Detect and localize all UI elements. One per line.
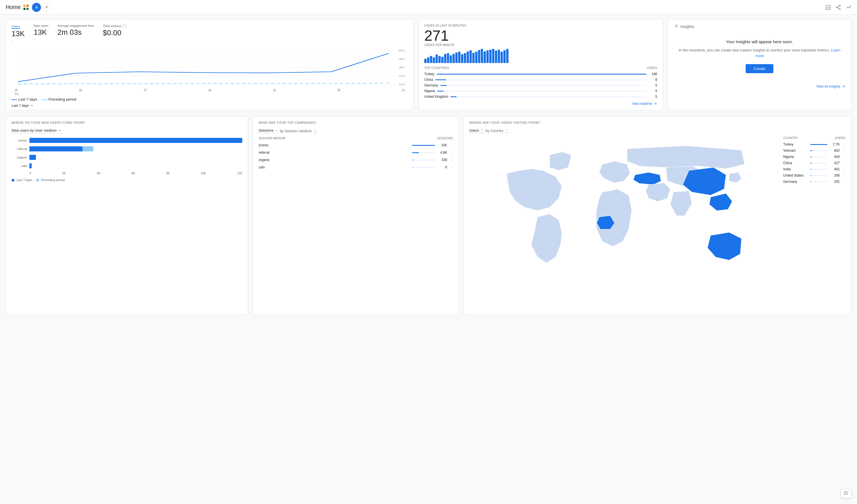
main-content: Users 13K - New users 13K - Average enga… xyxy=(0,15,857,320)
bar xyxy=(461,54,463,63)
map-row-vietnam: Vietnam 602 - xyxy=(783,147,845,154)
create-button[interactable]: Create xyxy=(746,64,773,73)
share-icon-btn[interactable] xyxy=(836,4,841,10)
chevron-down-icon xyxy=(314,129,317,132)
world-map-svg xyxy=(469,137,779,310)
bar xyxy=(472,53,474,63)
bottom-row: WHERE DO YOUR NEW USERS COME FROM? New u… xyxy=(6,116,851,315)
insights-header-label: Insights xyxy=(680,24,694,29)
svg-rect-2 xyxy=(23,7,26,10)
world-map-section-title: WHERE ARE YOUR USERS VISITING FROM? xyxy=(469,121,845,124)
legend-last7: Last 7 days xyxy=(16,178,32,182)
legend-preceding-label: Preceding period xyxy=(49,97,76,101)
map-row-china: China 427 - xyxy=(783,160,845,166)
map-row-germany: Germany 291 - xyxy=(783,178,845,185)
title-text: Home xyxy=(6,4,21,11)
line-chart: 5K 4K 3K 2K 1K 15 16 17 18 19 20 xyxy=(12,45,408,96)
country-dropdown[interactable] xyxy=(505,128,508,133)
hbar-legend: Last 7 days Preceding period xyxy=(12,178,242,182)
camp-row-none: (none) 16K - xyxy=(258,141,453,149)
chart-x-labels: 15 16 17 18 19 20 21 xyxy=(12,89,408,92)
bar xyxy=(498,50,500,63)
svg-rect-3 xyxy=(27,7,29,10)
camp-row-zalo: zalo 6 - xyxy=(258,163,453,171)
users-label: Users xyxy=(12,24,20,29)
svg-line-12 xyxy=(838,7,839,8)
country-row-turkey: Turkey 180 xyxy=(424,71,657,77)
campaigns-table: SESSION MEDIUM SESSIONS (none) 16K - ref… xyxy=(258,137,453,171)
hbar-x-axis: 0 2K 4K 6K 8K 10K 12K xyxy=(29,172,242,175)
map-row-turkey: Turkey 7.7K - xyxy=(783,141,845,147)
users-sub: - xyxy=(12,39,24,42)
map-row-india: India 401 - xyxy=(783,166,845,172)
insights-sparkle-icon xyxy=(674,24,679,29)
chevron-down-icon xyxy=(505,128,508,132)
bar xyxy=(430,56,432,63)
new-users-sub: - xyxy=(34,37,48,41)
svg-line-11 xyxy=(838,6,839,7)
add-button[interactable]: + xyxy=(43,3,51,11)
realtime-value: 271 xyxy=(424,28,657,43)
camp-row-referral: referral 4.8K - xyxy=(258,149,453,156)
report-icon xyxy=(825,4,831,10)
bar xyxy=(470,50,472,63)
bar xyxy=(475,52,477,63)
country-row-uk: United Kingdom 5 xyxy=(424,94,657,100)
bar xyxy=(433,57,435,63)
hbar-row-zalo: zalo xyxy=(12,163,242,168)
top-countries-label: TOP COUNTRIES xyxy=(424,66,449,69)
svg-rect-1 xyxy=(27,4,29,6)
country-row-germany: Germany 5 xyxy=(424,83,657,88)
bar xyxy=(444,54,446,63)
bar xyxy=(427,57,429,63)
bar xyxy=(492,49,494,63)
arrow-right-icon xyxy=(841,85,845,88)
svg-point-10 xyxy=(839,8,840,9)
bar xyxy=(450,55,452,63)
bar xyxy=(441,57,443,63)
chart-label: New users by User medium xyxy=(12,128,57,133)
svg-text:5K: 5K xyxy=(398,49,406,52)
campaigns-section-title: WHAT ARE YOUR TOP CAMPAIGNS? xyxy=(258,121,453,124)
legend-prev: Preceding period xyxy=(41,178,64,182)
date-selector[interactable]: Last 7 days xyxy=(12,104,34,108)
bar xyxy=(447,53,449,63)
svg-text:1K: 1K xyxy=(398,83,406,86)
avg-value: 2m 03s xyxy=(57,28,94,37)
country-row-nigeria: Nigeria 5 xyxy=(424,88,657,94)
new-users-card: WHERE DO YOUR NEW USERS COME FROM? New u… xyxy=(6,116,248,315)
users-value: 13K xyxy=(12,29,24,38)
metrics-top: Users 13K - New users 13K - Average enga… xyxy=(12,24,408,42)
bar xyxy=(455,53,458,63)
trending-icon-btn[interactable] xyxy=(846,4,851,10)
view-realtime-link[interactable]: View realtime xyxy=(424,102,657,106)
session-medium-dropdown[interactable] xyxy=(314,129,317,133)
avg-sub: - xyxy=(57,37,94,41)
report-icon-btn[interactable] xyxy=(825,4,831,10)
bar xyxy=(453,54,455,63)
new-users-chart-dropdown[interactable]: New users by User medium xyxy=(12,128,62,133)
bar xyxy=(464,53,466,63)
campaigns-dropdown-row: Sessions by Session medium xyxy=(258,128,453,133)
hbar-chart: (none) referral organic xyxy=(12,138,242,168)
svg-point-8 xyxy=(839,5,840,6)
metric-new-users: New users 13K - xyxy=(34,24,48,42)
bar xyxy=(478,50,480,63)
insights-content: Your Insights will appear here soon. In … xyxy=(674,35,845,78)
view-all-insights-link[interactable]: View all insights xyxy=(674,85,845,88)
chevron-down-icon xyxy=(30,104,34,108)
svg-text:3K: 3K xyxy=(398,66,406,69)
users-dropdown[interactable]: Users xyxy=(469,128,484,133)
header-icons xyxy=(825,4,851,10)
country-row-china: China 8 xyxy=(424,77,657,83)
top-row: Users 13K - New users 13K - Average enga… xyxy=(6,19,851,110)
avatar[interactable]: A xyxy=(32,3,41,12)
svg-text:2K: 2K xyxy=(398,74,406,77)
new-users-section-title: WHERE DO YOUR NEW USERS COME FROM? xyxy=(12,121,242,124)
camp-row-organic: organic 336 - xyxy=(258,156,453,163)
sessions-dropdown[interactable]: Sessions xyxy=(258,128,278,133)
bar xyxy=(436,54,438,63)
countries-header: TOP COUNTRIES USERS xyxy=(424,66,657,70)
users-header-label: USERS xyxy=(647,66,657,69)
arrow-right-icon xyxy=(653,102,657,106)
